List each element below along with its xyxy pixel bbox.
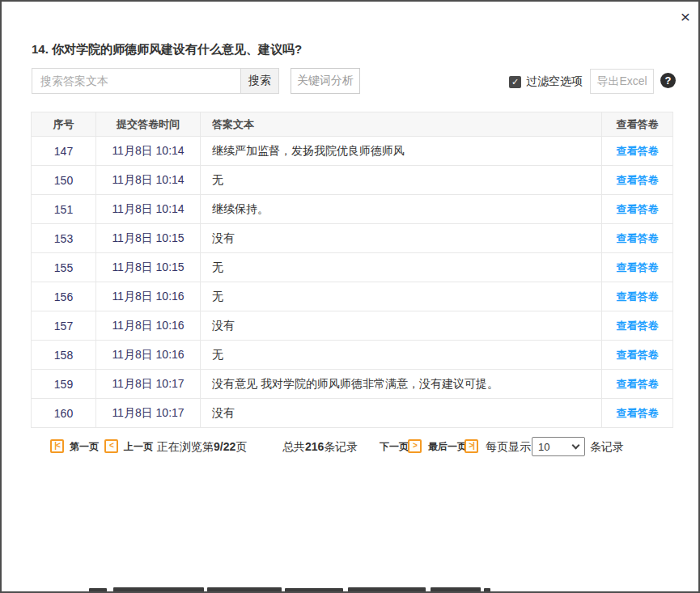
per-page-value: 10 bbox=[538, 441, 549, 453]
per-page-suffix: 条记录 bbox=[590, 438, 624, 455]
row-answer: 无 bbox=[201, 166, 602, 195]
view-response-link[interactable]: 查看答卷 bbox=[617, 349, 659, 361]
row-time: 11月8日 10:16 bbox=[96, 341, 201, 370]
per-page-select[interactable]: 10 bbox=[532, 437, 585, 456]
search-input[interactable] bbox=[32, 68, 240, 94]
row-time: 11月8日 10:15 bbox=[96, 224, 201, 253]
results-dialog: { "window": { "close_icon": "×" }, "ques… bbox=[0, 0, 700, 593]
filter-empty-label: 过滤空选项 bbox=[526, 74, 583, 89]
export-excel-button[interactable]: 导出Excel bbox=[590, 69, 654, 94]
row-answer: 没有 bbox=[201, 224, 602, 253]
chevron-down-icon bbox=[572, 442, 580, 450]
keyword-analysis-button[interactable]: 关键词分析 bbox=[291, 68, 360, 94]
close-icon[interactable]: × bbox=[675, 6, 696, 28]
table-row: 150 11月8日 10:14 无 查看答卷 bbox=[32, 166, 673, 195]
row-answer: 没有 bbox=[201, 399, 602, 428]
prev-page-button[interactable]: 上一页 bbox=[124, 438, 153, 455]
table-row: 159 11月8日 10:17 没有意见 我对学院的师风师德非常满意，没有建议可… bbox=[32, 370, 673, 399]
table-row: 156 11月8日 10:16 无 查看答卷 bbox=[32, 282, 673, 311]
table-row: 155 11月8日 10:15 无 查看答卷 bbox=[32, 253, 673, 282]
per-page-label: 每页显示 bbox=[486, 438, 531, 455]
table-row: 158 11月8日 10:16 无 查看答卷 bbox=[32, 341, 673, 370]
view-response-link[interactable]: 查看答卷 bbox=[617, 174, 659, 186]
row-answer: 无 bbox=[201, 341, 602, 370]
view-response-link[interactable]: 查看答卷 bbox=[617, 378, 659, 390]
row-answer: 无 bbox=[201, 282, 602, 311]
table-header-row: 序号 提交答卷时间 答案文本 查看答卷 bbox=[32, 112, 673, 137]
table-row: 147 11月8日 10:14 继续严加监督，发扬我院优良师德师风 查看答卷 bbox=[32, 137, 673, 166]
header-submit-time: 提交答卷时间 bbox=[96, 112, 201, 137]
row-index: 156 bbox=[32, 282, 96, 311]
view-response-link[interactable]: 查看答卷 bbox=[617, 407, 659, 419]
total-records-value: 216 bbox=[305, 440, 324, 453]
next-page-icon[interactable]: > bbox=[408, 439, 422, 453]
header-answer-text: 答案文本 bbox=[201, 112, 602, 137]
total-records-status: 总共216条记录 bbox=[282, 438, 358, 455]
row-time: 11月8日 10:15 bbox=[96, 253, 201, 282]
view-response-link[interactable]: 查看答卷 bbox=[617, 261, 659, 273]
search-button[interactable]: 搜索 bbox=[240, 68, 279, 94]
view-response-link[interactable]: 查看答卷 bbox=[617, 145, 659, 157]
prev-page-icon[interactable]: < bbox=[104, 439, 118, 453]
answers-table: 序号 提交答卷时间 答案文本 查看答卷 147 11月8日 10:14 继续严加… bbox=[31, 112, 673, 428]
row-index: 159 bbox=[32, 370, 96, 399]
view-response-link[interactable]: 查看答卷 bbox=[617, 320, 659, 332]
header-view-response: 查看答卷 bbox=[602, 112, 673, 137]
row-index: 153 bbox=[32, 224, 96, 253]
row-time: 11月8日 10:17 bbox=[96, 399, 201, 428]
row-time: 11月8日 10:16 bbox=[96, 282, 201, 311]
table-row: 151 11月8日 10:14 继续保持。 查看答卷 bbox=[32, 195, 673, 224]
pagination-bar: |< 第一页 < 上一页 正在浏览第9/22页 总共216条记录 下一页 > 最… bbox=[32, 438, 673, 456]
view-response-link[interactable]: 查看答卷 bbox=[617, 232, 659, 244]
filter-empty-option[interactable]: ✓ 过滤空选项 bbox=[509, 74, 583, 89]
header-index: 序号 bbox=[32, 112, 96, 137]
row-time: 11月8日 10:14 bbox=[96, 195, 201, 224]
first-page-icon[interactable]: |< bbox=[50, 439, 64, 453]
help-icon[interactable]: ? bbox=[660, 73, 676, 88]
table-row: 153 11月8日 10:15 没有 查看答卷 bbox=[32, 224, 673, 253]
row-time: 11月8日 10:16 bbox=[96, 311, 201, 341]
view-response-link[interactable]: 查看答卷 bbox=[617, 290, 659, 303]
checkbox-checked-icon[interactable]: ✓ bbox=[509, 76, 521, 88]
row-answer: 继续严加监督，发扬我院优良师德师风 bbox=[201, 137, 602, 166]
last-page-button[interactable]: 最后一页 bbox=[428, 438, 467, 455]
table-row: 157 11月8日 10:16 没有 查看答卷 bbox=[32, 311, 673, 341]
row-index: 151 bbox=[32, 195, 96, 224]
current-page-status: 正在浏览第9/22页 bbox=[157, 438, 247, 455]
row-time: 11月8日 10:14 bbox=[96, 137, 201, 166]
current-page-value: 9/22 bbox=[214, 440, 235, 453]
row-answer: 没有意见 我对学院的师风师德非常满意，没有建议可提。 bbox=[201, 370, 602, 399]
row-answer: 无 bbox=[201, 253, 602, 282]
table-row: 160 11月8日 10:17 没有 查看答卷 bbox=[32, 399, 673, 428]
row-index: 158 bbox=[32, 341, 96, 370]
last-page-icon[interactable]: >| bbox=[465, 439, 478, 453]
row-index: 150 bbox=[32, 166, 96, 195]
row-time: 11月8日 10:17 bbox=[96, 370, 201, 399]
question-title: 14. 你对学院的师德师风建设有什么意见、建议吗? bbox=[32, 42, 302, 57]
row-index: 155 bbox=[32, 253, 96, 282]
row-index: 157 bbox=[32, 311, 96, 341]
next-page-button[interactable]: 下一页 bbox=[380, 438, 409, 455]
row-index: 147 bbox=[32, 137, 96, 166]
row-answer: 继续保持。 bbox=[201, 195, 602, 224]
view-response-link[interactable]: 查看答卷 bbox=[617, 203, 659, 215]
row-index: 160 bbox=[32, 399, 96, 428]
row-time: 11月8日 10:14 bbox=[96, 166, 201, 195]
row-answer: 没有 bbox=[201, 311, 602, 341]
first-page-button[interactable]: 第一页 bbox=[70, 438, 99, 455]
